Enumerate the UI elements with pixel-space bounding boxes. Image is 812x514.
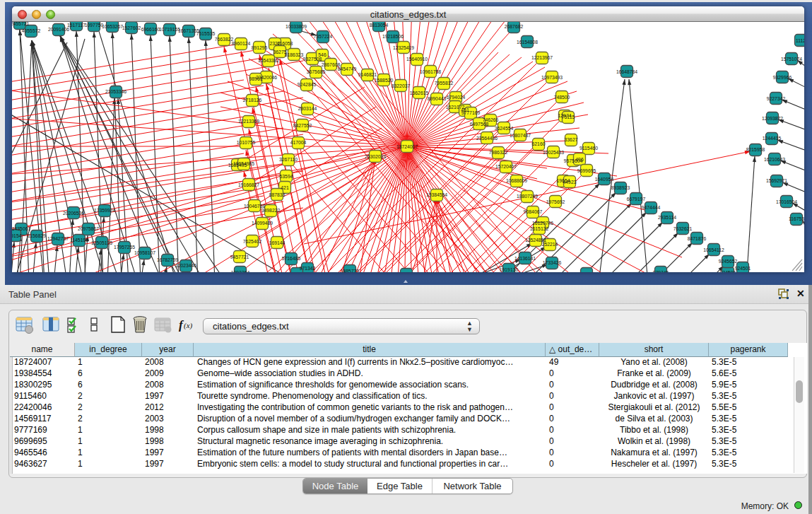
svg-text:14136141: 14136141 bbox=[514, 256, 536, 261]
svg-text:9245652: 9245652 bbox=[719, 259, 738, 264]
svg-text:7632621: 7632621 bbox=[673, 226, 693, 231]
svg-text:19654985: 19654985 bbox=[233, 161, 254, 166]
svg-text:8960124: 8960124 bbox=[232, 41, 251, 46]
svg-text:7955812: 7955812 bbox=[435, 81, 454, 86]
svg-text:12942737: 12942737 bbox=[47, 236, 69, 241]
svg-text:33627: 33627 bbox=[565, 137, 578, 142]
svg-text:116753: 116753 bbox=[789, 216, 804, 221]
svg-text:53594: 53594 bbox=[280, 174, 293, 179]
svg-text:1292059: 1292059 bbox=[288, 271, 307, 272]
svg-text:(x): (x) bbox=[184, 321, 193, 330]
svg-text:2687682: 2687682 bbox=[505, 24, 524, 29]
svg-text:3624554: 3624554 bbox=[495, 126, 514, 131]
svg-text:10688609: 10688609 bbox=[506, 178, 527, 183]
svg-text:12213967: 12213967 bbox=[531, 55, 553, 60]
svg-text:10973493: 10973493 bbox=[541, 75, 563, 80]
svg-text:1145190: 1145190 bbox=[70, 238, 88, 243]
svg-text:18807249: 18807249 bbox=[517, 194, 538, 199]
svg-text:1156829: 1156829 bbox=[28, 233, 46, 238]
svg-text:15640910: 15640910 bbox=[406, 57, 428, 62]
svg-text:3675685: 3675685 bbox=[307, 69, 326, 74]
svg-text:9084067: 9084067 bbox=[524, 209, 543, 214]
svg-text:9699695: 9699695 bbox=[577, 168, 596, 173]
svg-text:9327508: 9327508 bbox=[303, 57, 322, 62]
svg-text:12093872: 12093872 bbox=[762, 116, 783, 121]
svg-text:6966160: 6966160 bbox=[141, 27, 160, 32]
svg-text:8215958: 8215958 bbox=[746, 147, 765, 152]
svg-text:9146821: 9146821 bbox=[358, 72, 377, 77]
svg-text:98961: 98961 bbox=[249, 76, 263, 81]
svg-text:20206536: 20206536 bbox=[63, 211, 84, 216]
svg-text:20975867: 20975867 bbox=[78, 226, 99, 231]
svg-text:1010755: 1010755 bbox=[237, 140, 256, 145]
svg-text:2718126: 2718126 bbox=[243, 98, 262, 103]
svg-text:879745: 879745 bbox=[653, 270, 669, 272]
svg-text:9474444: 9474444 bbox=[642, 205, 661, 210]
svg-text:16782759: 16782759 bbox=[157, 257, 178, 262]
svg-text:891295: 891295 bbox=[252, 45, 268, 50]
svg-text:8813054: 8813054 bbox=[370, 23, 389, 28]
svg-text:8427552: 8427552 bbox=[293, 123, 312, 128]
svg-text:3267110: 3267110 bbox=[279, 157, 298, 162]
svg-text:2935114: 2935114 bbox=[658, 215, 676, 220]
svg-text:1485779: 1485779 bbox=[341, 269, 360, 272]
svg-text:748500: 748500 bbox=[554, 95, 570, 100]
svg-text:10654112: 10654112 bbox=[703, 247, 724, 252]
svg-text:8454749: 8454749 bbox=[338, 66, 357, 71]
svg-text:16154808: 16154808 bbox=[517, 40, 538, 45]
svg-text:10719155: 10719155 bbox=[159, 27, 180, 32]
svg-text:1615132: 1615132 bbox=[530, 226, 549, 231]
svg-text:15692971: 15692971 bbox=[766, 178, 787, 183]
svg-text:10961758: 10961758 bbox=[420, 69, 441, 74]
svg-text:252214: 252214 bbox=[542, 242, 558, 247]
svg-text:8990443: 8990443 bbox=[428, 96, 447, 101]
svg-text:7625402: 7625402 bbox=[243, 239, 262, 244]
svg-text:7357224: 7357224 bbox=[314, 34, 333, 39]
svg-text:7986322: 7986322 bbox=[489, 150, 508, 155]
svg-text:1527602: 1527602 bbox=[122, 25, 141, 30]
svg-text:1517117: 1517117 bbox=[67, 23, 86, 28]
svg-text:17359924: 17359924 bbox=[94, 208, 115, 213]
svg-text:17016504: 17016504 bbox=[776, 199, 797, 204]
svg-text:12213369: 12213369 bbox=[238, 119, 259, 124]
svg-text:924506: 924506 bbox=[720, 270, 736, 272]
svg-text:75115: 75115 bbox=[562, 115, 575, 119]
svg-text:7515535: 7515535 bbox=[196, 31, 216, 36]
svg-text:16210643: 16210643 bbox=[764, 157, 785, 162]
svg-text:12023446: 12023446 bbox=[175, 263, 196, 268]
svg-text:9227342: 9227342 bbox=[767, 96, 786, 101]
svg-text:8471876: 8471876 bbox=[688, 236, 707, 241]
svg-text:2803144: 2803144 bbox=[298, 106, 317, 111]
svg-text:14099489: 14099489 bbox=[252, 221, 273, 226]
svg-text:9115460: 9115460 bbox=[579, 146, 598, 151]
svg-text:21053346: 21053346 bbox=[105, 89, 126, 94]
svg-text:12325419: 12325419 bbox=[393, 45, 414, 50]
svg-text:18724007: 18724007 bbox=[396, 144, 418, 149]
svg-text:971342: 971342 bbox=[300, 266, 316, 271]
svg-text:1097750: 1097750 bbox=[85, 23, 104, 28]
svg-text:16648784: 16648784 bbox=[616, 69, 637, 74]
svg-text:5716485: 5716485 bbox=[282, 256, 301, 261]
svg-text:9457721: 9457721 bbox=[230, 255, 249, 259]
svg-text:15720407: 15720407 bbox=[495, 164, 517, 169]
svg-text:62160: 62160 bbox=[532, 141, 546, 146]
svg-text:44923: 44923 bbox=[563, 180, 577, 185]
svg-text:1588520: 1588520 bbox=[375, 78, 394, 83]
svg-text:1435061: 1435061 bbox=[12, 226, 30, 231]
svg-text:10033809: 10033809 bbox=[286, 24, 307, 29]
svg-text:25302033: 25302033 bbox=[365, 154, 386, 159]
svg-text:7663822: 7663822 bbox=[215, 37, 234, 42]
svg-text:17957255: 17957255 bbox=[114, 245, 135, 250]
svg-text:2322: 2322 bbox=[269, 41, 280, 46]
svg-text:1244415: 1244415 bbox=[763, 136, 782, 141]
svg-text:8186323: 8186323 bbox=[285, 52, 304, 57]
svg-text:421: 421 bbox=[281, 185, 289, 190]
svg-text:12505135: 12505135 bbox=[91, 240, 112, 245]
svg-text:19384554: 19384554 bbox=[426, 192, 447, 197]
svg-text:3498222: 3498222 bbox=[261, 208, 281, 213]
svg-text:2455721: 2455721 bbox=[12, 22, 29, 26]
svg-text:1975692: 1975692 bbox=[546, 199, 565, 204]
svg-text:39154: 39154 bbox=[12, 233, 22, 238]
svg-text:23564436: 23564436 bbox=[476, 136, 498, 141]
svg-text:8938923: 8938923 bbox=[611, 185, 630, 190]
